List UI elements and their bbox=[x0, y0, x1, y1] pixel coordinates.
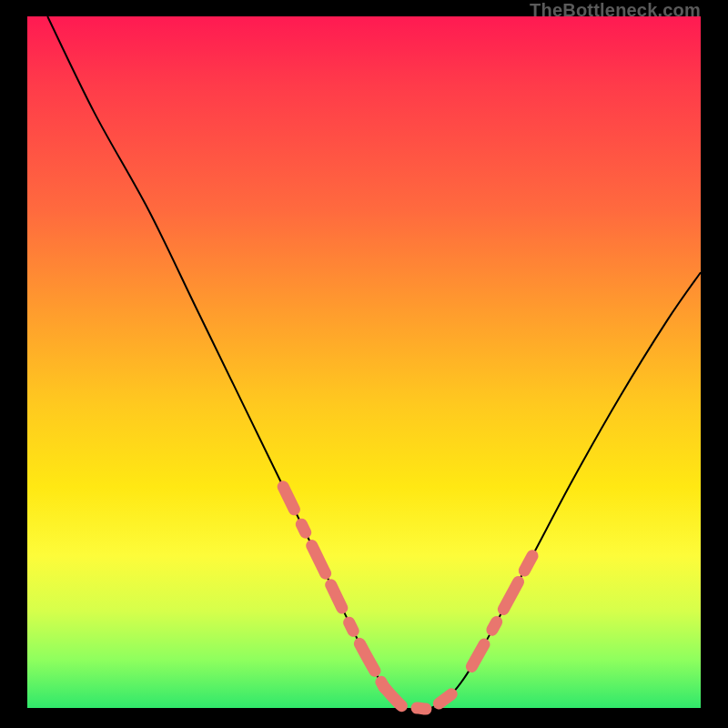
plot-area bbox=[27, 16, 701, 708]
bottleneck-curve-path bbox=[47, 16, 701, 710]
highlight-segment bbox=[471, 556, 532, 667]
watermark-text: TheBottleneck.com bbox=[530, 0, 701, 21]
chart-svg bbox=[27, 16, 701, 708]
highlight-segment bbox=[384, 687, 451, 709]
curve-layer bbox=[47, 16, 701, 710]
highlight-layer bbox=[283, 487, 532, 710]
chart-frame: TheBottleneck.com bbox=[0, 0, 728, 728]
